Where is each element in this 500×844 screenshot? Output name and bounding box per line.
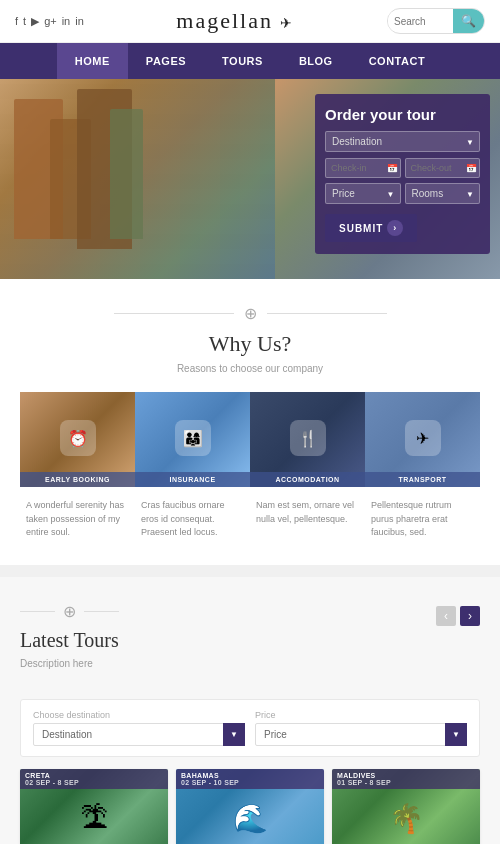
early-booking-label: EARLY BOOKING bbox=[20, 472, 135, 487]
checkout-wrap[interactable]: 📅 bbox=[405, 157, 481, 178]
dates-row: 📅 📅 bbox=[325, 157, 480, 178]
early-booking-desc: A wonderful serenity has taken possessio… bbox=[20, 499, 135, 540]
feature-cards-row: ⏰ EARLY BOOKING 👨‍👩‍👧 INSURANCE 🍴 ACCOMO… bbox=[20, 392, 480, 487]
maldives-image: MALDIVES 01 Sep - 8 Sep 🌴 bbox=[332, 769, 480, 845]
early-booking-icon: ⏰ bbox=[60, 420, 96, 456]
section-separator bbox=[0, 565, 500, 577]
insurance-desc: Cras faucibus ornare eros id consequat. … bbox=[135, 499, 250, 540]
transport-label: TRANSPORT bbox=[365, 472, 480, 487]
tours-divider: ⊕ bbox=[20, 602, 119, 621]
main-nav: HOME PAGES TOURS BLOG CONTACT bbox=[0, 43, 500, 79]
creta-image: CRETA 02 Sep - 8 Sep 🏝 bbox=[20, 769, 168, 845]
calendar-icon-2: 📅 bbox=[467, 163, 477, 172]
accommodation-image: 🍴 ACCOMODATION bbox=[250, 392, 365, 487]
rooms-select[interactable]: Rooms bbox=[405, 183, 481, 204]
price-select[interactable]: Price bbox=[325, 183, 401, 204]
social-twitter[interactable]: t bbox=[23, 15, 26, 28]
calendar-icon: 📅 bbox=[388, 163, 398, 172]
order-form-title: Order your tour bbox=[325, 106, 480, 123]
social-linkedin[interactable]: in bbox=[62, 15, 71, 28]
feature-card-accommodation: 🍴 ACCOMODATION bbox=[250, 392, 365, 487]
maldives-label: MALDIVES 01 Sep - 8 Sep bbox=[332, 769, 480, 789]
accommodation-label: ACCOMODATION bbox=[250, 472, 365, 487]
hero-city-image bbox=[0, 79, 275, 279]
insurance-label: INSURANCE bbox=[135, 472, 250, 487]
price-rooms-row: Price Rooms bbox=[325, 183, 480, 209]
insurance-image: 👨‍👩‍👧 INSURANCE bbox=[135, 392, 250, 487]
destination-filter-wrap[interactable]: Destination ▼ bbox=[33, 723, 245, 746]
tours-next-button[interactable]: › bbox=[460, 606, 480, 626]
search-input[interactable] bbox=[388, 12, 453, 31]
tours-icon: ⊕ bbox=[63, 602, 76, 621]
tours-prev-button[interactable]: ‹ bbox=[436, 606, 456, 626]
nav-home[interactable]: HOME bbox=[57, 43, 128, 79]
nav-blog[interactable]: BLOG bbox=[281, 43, 351, 79]
transport-icon: ✈ bbox=[405, 420, 441, 456]
tour-filter-row: Choose destination Destination ▼ Price P… bbox=[20, 699, 480, 757]
tour-card-maldives[interactable]: MALDIVES 01 Sep - 8 Sep 🌴 bbox=[332, 769, 480, 845]
top-bar: f t ▶ g+ in in magellan ✈ 🔍 bbox=[0, 0, 500, 43]
price-filter-wrap[interactable]: Price ▼ bbox=[255, 723, 467, 746]
insurance-icon: 👨‍👩‍👧 bbox=[175, 420, 211, 456]
feature-card-early-booking: ⏰ EARLY BOOKING bbox=[20, 392, 135, 487]
rooms-field[interactable]: Rooms bbox=[405, 183, 481, 204]
tours-subtitle: Description here bbox=[20, 658, 119, 669]
why-us-section: ⊕ Why Us? Reasons to choose our company … bbox=[0, 279, 500, 565]
feature-card-transport: ✈ TRANSPORT bbox=[365, 392, 480, 487]
destination-select[interactable]: Destination bbox=[325, 131, 480, 152]
submit-arrow-icon: › bbox=[387, 220, 403, 236]
hero-section: Order your tour Destination 📅 📅 Price bbox=[0, 79, 500, 279]
tour-card-bahamas[interactable]: BAHAMAS 02 Sep - 10 Sep 🌊 bbox=[176, 769, 324, 845]
price-field[interactable]: Price bbox=[325, 183, 401, 204]
nav-contact[interactable]: CONTACT bbox=[351, 43, 443, 79]
submit-label: SUBMIT bbox=[339, 223, 383, 234]
feature-descriptions: A wonderful serenity has taken possessio… bbox=[20, 487, 480, 540]
checkin-wrap[interactable]: 📅 bbox=[325, 157, 401, 178]
tour-cards-row: CRETA 02 Sep - 8 Sep 🏝 BAHAMAS 02 Sep - … bbox=[20, 769, 480, 845]
early-booking-image: ⏰ EARLY BOOKING bbox=[20, 392, 135, 487]
accommodation-icon: 🍴 bbox=[290, 420, 326, 456]
social-gplus[interactable]: g+ bbox=[44, 15, 57, 28]
search-button[interactable]: 🔍 bbox=[453, 9, 484, 33]
order-tour-form: Order your tour Destination 📅 📅 Price bbox=[315, 94, 490, 254]
destination-filter-select[interactable]: Destination bbox=[33, 723, 245, 746]
transport-desc: Pellentesque rutrum purus pharetra erat … bbox=[365, 499, 480, 540]
price-filter-group: Price Price ▼ bbox=[255, 710, 467, 746]
tours-navigation: ‹ › bbox=[436, 606, 480, 626]
creta-label: CRETA 02 Sep - 8 Sep bbox=[20, 769, 168, 789]
price-filter-select[interactable]: Price bbox=[255, 723, 467, 746]
why-us-subtitle: Reasons to choose our company bbox=[20, 363, 480, 374]
nav-tours[interactable]: TOURS bbox=[204, 43, 281, 79]
why-us-icon: ⊕ bbox=[244, 304, 257, 323]
social-youtube[interactable]: ▶ bbox=[31, 15, 39, 28]
destination-filter-label: Choose destination bbox=[33, 710, 245, 720]
destination-filter-group: Choose destination Destination ▼ bbox=[33, 710, 245, 746]
accommodation-desc: Nam est sem, ornare vel nulla vel, pelle… bbox=[250, 499, 365, 540]
site-title: magellan ✈ bbox=[176, 8, 294, 34]
tour-card-creta[interactable]: CRETA 02 Sep - 8 Sep 🏝 bbox=[20, 769, 168, 845]
tours-header-left: ⊕ Latest Tours Description here bbox=[20, 602, 119, 687]
social-icons: f t ▶ g+ in in bbox=[15, 15, 84, 28]
bahamas-label: BAHAMAS 02 Sep - 10 Sep bbox=[176, 769, 324, 789]
search-bar[interactable]: 🔍 bbox=[387, 8, 485, 34]
social-linkedin2[interactable]: in bbox=[75, 15, 84, 28]
tours-title: Latest Tours bbox=[20, 629, 119, 652]
why-us-divider: ⊕ bbox=[20, 304, 480, 323]
social-facebook[interactable]: f bbox=[15, 15, 18, 28]
destination-field[interactable]: Destination bbox=[325, 131, 480, 152]
latest-tours-section: ⊕ Latest Tours Description here ‹ › Choo… bbox=[0, 577, 500, 845]
tours-header: ⊕ Latest Tours Description here ‹ › bbox=[20, 602, 480, 687]
price-filter-label: Price bbox=[255, 710, 467, 720]
submit-button[interactable]: SUBMIT › bbox=[325, 214, 417, 242]
bahamas-image: BAHAMAS 02 Sep - 10 Sep 🌊 bbox=[176, 769, 324, 845]
transport-image: ✈ TRANSPORT bbox=[365, 392, 480, 487]
nav-pages[interactable]: PAGES bbox=[128, 43, 204, 79]
why-us-title: Why Us? bbox=[20, 331, 480, 357]
feature-card-insurance: 👨‍👩‍👧 INSURANCE bbox=[135, 392, 250, 487]
